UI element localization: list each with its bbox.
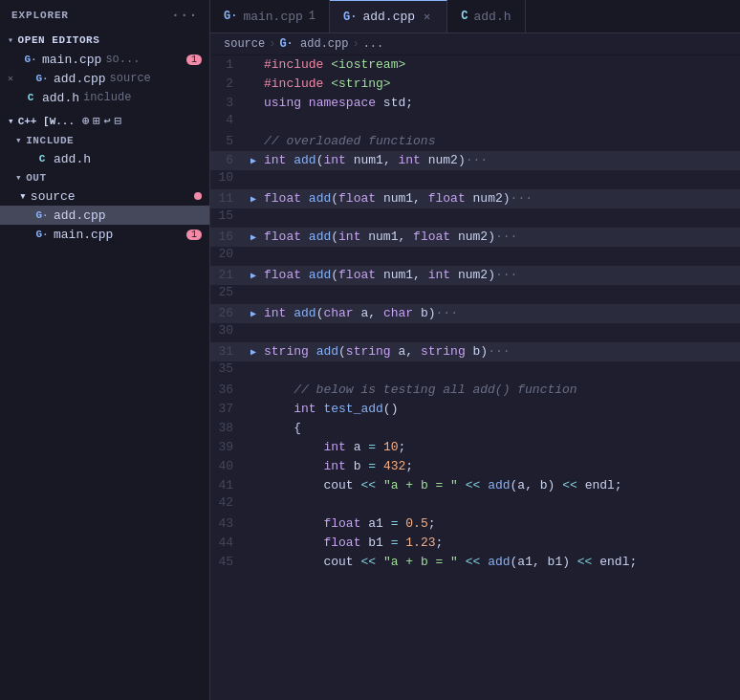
- main-cpp-filename: main.cpp: [54, 228, 113, 242]
- line-content: using namespace std;: [264, 94, 740, 113]
- tab-cpp-icon: G·: [224, 10, 237, 23]
- refresh-icon[interactable]: ↩: [104, 114, 111, 128]
- source-main-cpp[interactable]: G· main.cpp 1: [0, 225, 209, 244]
- collapse-icon[interactable]: ⊟: [115, 114, 121, 128]
- code-line-40: 40 int b = 432;: [210, 457, 740, 476]
- line-content: {: [264, 419, 740, 438]
- code-line-11: 11 ▶ float add(float num1, float num2)··…: [210, 189, 740, 208]
- out-chevron: ▾: [15, 171, 22, 184]
- line-number: 41: [210, 478, 250, 492]
- new-file-icon[interactable]: ⊕: [82, 114, 89, 128]
- line-number: 26: [210, 306, 250, 320]
- fold-arrow[interactable]: ▶: [250, 270, 264, 281]
- editor-item-main-cpp-name: main.cpp: [42, 53, 101, 67]
- line-number: 11: [210, 191, 250, 206]
- line-content: // overloaded functions: [264, 132, 740, 151]
- line-number: 10: [210, 170, 250, 185]
- tab-main-cpp[interactable]: G· main.cpp 1: [210, 0, 330, 33]
- source-add-cpp[interactable]: G· add.cpp: [0, 206, 209, 225]
- out-folder[interactable]: ▾ out: [0, 168, 209, 186]
- code-editor[interactable]: 1 #include <iostream> 2 #include <string…: [210, 55, 740, 700]
- editor-item-add-h-name: add.h: [42, 91, 79, 105]
- add-h-filename: add.h: [54, 152, 91, 166]
- open-editors-label[interactable]: ▾ OPEN EDITORS: [0, 31, 209, 50]
- line-number: 1: [210, 57, 250, 72]
- code-line-41: 41 cout << "a + b = " << add(a, b) << en…: [210, 476, 740, 495]
- code-line-21: 21 ▶ float add(float num1, int num2)···: [210, 266, 740, 285]
- line-number: 5: [210, 134, 250, 148]
- cpp-icon: G·: [34, 208, 50, 223]
- tab-add-cpp[interactable]: G· add.cpp ✕: [330, 0, 447, 33]
- tab-add-cpp-label: add.cpp: [362, 10, 415, 24]
- breadcrumb-file[interactable]: G· add.cpp: [279, 37, 348, 51]
- include-chevron: ▾: [15, 134, 22, 146]
- line-number: 30: [210, 323, 250, 338]
- tab-c-icon: C: [461, 10, 468, 23]
- line-content: // below is testing all add() function: [264, 381, 740, 400]
- editor-badge: 1: [186, 55, 202, 65]
- sidebar-more-icons[interactable]: ···: [171, 8, 198, 23]
- breadcrumb-more[interactable]: ...: [363, 37, 384, 51]
- out-folder-label: out: [26, 172, 46, 184]
- cxx-workspace-header[interactable]: ▾ C++ [W... ⊕ ⊞ ↩ ⊟: [0, 111, 209, 131]
- code-line-45: 45 cout << "a + b = " << add(a1, b1) << …: [210, 553, 740, 572]
- line-number: 25: [210, 285, 250, 299]
- code-line-26: 26 ▶ int add(char a, char b)···: [210, 304, 740, 323]
- breadcrumb-sep1: ›: [269, 37, 275, 51]
- source-folder-label: source: [31, 189, 76, 204]
- line-content: float add(float num1, int num2)···: [264, 266, 740, 285]
- tab-cpp-icon: G·: [343, 11, 357, 24]
- editor-suffix: so...: [105, 53, 140, 66]
- code-line-15: 15: [210, 208, 740, 228]
- code-line-7: 10: [210, 170, 740, 189]
- code-line-2: 2 #include <string>: [210, 75, 740, 94]
- line-content: int b = 432;: [264, 457, 740, 476]
- editor-item-main-cpp[interactable]: G· main.cpp so... 1: [0, 50, 209, 69]
- code-line-6: 6 ▶ int add(int num1, int num2)···: [210, 151, 740, 170]
- fold-arrow[interactable]: ▶: [250, 346, 264, 358]
- tab-close-button[interactable]: ✕: [421, 9, 433, 25]
- editor-item-add-h[interactable]: C add.h include: [0, 88, 209, 107]
- c-icon: C: [34, 151, 50, 166]
- source-modified-dot: [194, 192, 202, 200]
- fold-arrow[interactable]: ▶: [250, 193, 264, 205]
- line-number: 31: [210, 344, 250, 359]
- line-number: 43: [210, 516, 250, 531]
- fold-arrow[interactable]: ▶: [250, 231, 264, 243]
- breadcrumb-source[interactable]: source: [224, 37, 265, 51]
- include-add-h[interactable]: C add.h: [0, 149, 209, 168]
- main-editor-area: G· main.cpp 1 G· add.cpp ✕ C add.h sourc…: [210, 0, 740, 700]
- new-folder-icon[interactable]: ⊞: [93, 114, 99, 128]
- cpp-icon: G·: [34, 71, 50, 86]
- tab-add-h[interactable]: C add.h: [447, 0, 525, 33]
- cxx-workspace-icons: ⊕ ⊞ ↩ ⊟: [82, 114, 121, 128]
- source-folder[interactable]: ▾ source: [0, 186, 209, 206]
- add-cpp-filename: add.cpp: [54, 208, 106, 223]
- line-number: 45: [210, 555, 250, 569]
- include-folder[interactable]: ▾ include: [0, 131, 209, 149]
- sidebar: EXPLORER ··· ▾ OPEN EDITORS G· main.cpp …: [0, 0, 210, 700]
- close-icon[interactable]: ✕: [8, 73, 13, 84]
- fold-arrow[interactable]: ▶: [250, 308, 264, 319]
- more-options-icon[interactable]: ···: [171, 8, 198, 23]
- cxx-chevron: ▾: [8, 115, 14, 127]
- code-line-25: 25: [210, 285, 740, 304]
- line-content: cout << "a + b = " << add(a, b) << endl;: [264, 476, 740, 495]
- code-line-39: 39 int a = 10;: [210, 438, 740, 457]
- cxx-workspace-label: C++ [W...: [18, 116, 75, 127]
- line-number: 6: [210, 153, 250, 167]
- tab-add-h-label: add.h: [473, 10, 511, 24]
- main-cpp-badge: 1: [186, 230, 202, 240]
- line-number: 21: [210, 268, 250, 282]
- editor-item-add-cpp[interactable]: ✕ G· add.cpp source: [0, 69, 209, 88]
- tab-bar: G· main.cpp 1 G· add.cpp ✕ C add.h: [210, 0, 740, 33]
- breadcrumb: source › G· add.cpp › ...: [210, 33, 740, 55]
- line-content: float add(float num1, float num2)···: [264, 189, 740, 208]
- code-line-20: 20: [210, 247, 740, 266]
- code-line-5: 5 // overloaded functions: [210, 132, 740, 151]
- fold-arrow[interactable]: ▶: [250, 155, 264, 166]
- line-content: int test_add(): [264, 400, 740, 419]
- line-content: #include <string>: [264, 75, 740, 94]
- code-line-30: 30: [210, 323, 740, 342]
- line-number: 2: [210, 77, 250, 91]
